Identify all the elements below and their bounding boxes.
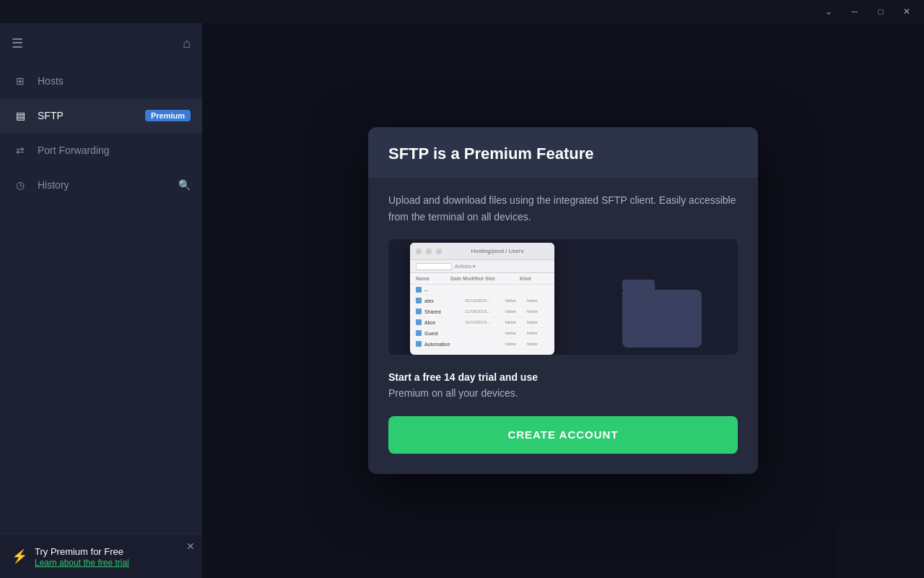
row-kind-4: folder <box>527 331 549 335</box>
col-size: Size <box>485 276 520 281</box>
history-search-icon[interactable]: 🔍 <box>178 179 191 191</box>
hosts-icon: ⊞ <box>12 72 29 90</box>
history-label: History <box>38 179 178 191</box>
row-name-4: Guest <box>424 331 465 336</box>
banner-text: Try Premium for Free Learn about the fre… <box>35 545 129 568</box>
sftp-ss-titlebar: Hosting/prod / Users <box>410 243 554 260</box>
row-size-2: folder <box>505 309 527 314</box>
row-date-1: 02/10/2020... <box>465 298 505 303</box>
row-name-5: Automation <box>424 342 465 347</box>
window-controls: ⌄ ─ □ ✕ <box>817 0 918 23</box>
row-icon-0 <box>416 287 422 293</box>
sftp-label: SFTP <box>38 110 145 121</box>
sftp-ss-dot1 <box>416 249 422 254</box>
row-size-3: folder <box>505 320 527 324</box>
modal-description: Upload and download files using the inte… <box>388 192 738 225</box>
row-kind-3: folder <box>527 320 549 324</box>
sftp-row-5: Automation folder folder <box>410 339 554 350</box>
folder-icon-preview <box>622 275 709 348</box>
row-kind-2: folder <box>527 309 549 314</box>
sidebar: ☰ ⌂ ⊞ Hosts ▤ SFTP Premium ⇄ Port Forwar… <box>0 23 202 578</box>
row-name-2: Shared <box>424 309 465 314</box>
row-size-4: folder <box>505 331 527 335</box>
home-icon[interactable]: ⌂ <box>183 36 191 51</box>
chevron-button[interactable]: ⌄ <box>817 0 840 23</box>
sftp-row-2: Shared 11/18/2019... folder folder <box>410 306 554 317</box>
row-kind-1: folder <box>527 298 549 303</box>
modal-header: SFTP is a Premium Feature <box>368 127 758 178</box>
create-account-button[interactable]: CREATE ACCOUNT <box>388 416 738 454</box>
sftp-ss-actions: Actions ▾ <box>455 264 476 269</box>
folder-body <box>622 290 702 348</box>
hosts-label: Hosts <box>38 75 191 87</box>
modal-title: SFTP is a Premium Feature <box>388 144 738 163</box>
sftp-ss-dot2 <box>426 249 432 254</box>
col-name: Name <box>416 276 450 281</box>
col-kind: Kind <box>520 276 549 281</box>
port-forwarding-label: Port Forwarding <box>38 144 191 156</box>
sftp-row-4: Guest folder folder <box>410 328 554 339</box>
sftp-ss-toolbar: Actions ▾ <box>410 260 554 273</box>
sftp-row-1: alex 02/10/2020... folder folder <box>410 296 554 306</box>
banner-close-icon[interactable]: ✕ <box>186 540 195 552</box>
trial-text-bold: Start a free 14 day trial and use <box>388 371 538 383</box>
titlebar: ⌄ ─ □ ✕ <box>0 0 924 23</box>
nav-items: ⊞ Hosts ▤ SFTP Premium ⇄ Port Forwarding… <box>0 64 202 534</box>
banner-link[interactable]: Learn about the free trial <box>35 558 129 568</box>
row-size-1: folder <box>505 298 527 303</box>
premium-banner: ⚡ Try Premium for Free Learn about the f… <box>0 534 202 578</box>
sftp-ss-title: Hosting/prod / Users <box>446 248 549 254</box>
sftp-ss-dot3 <box>436 249 442 254</box>
folder-tab <box>622 280 655 290</box>
banner-title: Try Premium for Free <box>35 546 123 557</box>
row-date-2: 11/18/2019... <box>465 309 505 314</box>
close-button[interactable]: ✕ <box>895 0 918 23</box>
premium-modal: SFTP is a Premium Feature Upload and dow… <box>368 127 758 474</box>
history-icon: ◷ <box>12 176 29 194</box>
trial-text-regular: Premium on all your devices. <box>388 387 518 399</box>
sftp-row-3: Alice 16/10/2019... folder folder <box>410 317 554 328</box>
modal-trial-text: Start a free 14 day trial and use Premiu… <box>388 369 738 402</box>
sidebar-item-sftp[interactable]: ▤ SFTP Premium <box>0 98 202 133</box>
main-content: ☁ Conne Select from SE 💻 o Host aved Hos… <box>202 23 924 578</box>
row-name-0: – <box>424 288 465 293</box>
maximize-button[interactable]: □ <box>869 0 892 23</box>
minimize-button[interactable]: ─ <box>843 0 866 23</box>
row-icon-1 <box>416 298 422 303</box>
sidebar-item-hosts[interactable]: ⊞ Hosts <box>0 64 202 98</box>
sftp-ss-columns: Name Date Modified Size Kind <box>410 273 554 285</box>
sidebar-item-port-forwarding[interactable]: ⇄ Port Forwarding <box>0 133 202 168</box>
row-kind-5: folder <box>527 342 549 346</box>
row-icon-4 <box>416 330 422 336</box>
sftp-row-0: – <box>410 285 554 296</box>
lightning-icon: ⚡ <box>12 548 27 564</box>
row-icon-5 <box>416 341 422 347</box>
row-date-3: 16/10/2019... <box>465 320 505 324</box>
row-name-3: Alice <box>424 320 465 325</box>
hamburger-icon[interactable]: ☰ <box>12 35 23 51</box>
sidebar-item-history[interactable]: ◷ History 🔍 <box>0 168 202 202</box>
sftp-icon: ▤ <box>12 107 29 124</box>
row-icon-2 <box>416 309 422 314</box>
modal-preview: Hosting/prod / Users Actions ▾ Name Date… <box>388 239 738 355</box>
sftp-ss-search <box>416 263 452 270</box>
row-name-1: alex <box>424 298 465 303</box>
col-date: Date Modified <box>450 276 485 281</box>
row-size-5: folder <box>505 342 527 346</box>
modal-overlay: SFTP is a Premium Feature Upload and dow… <box>202 23 924 578</box>
port-forwarding-icon: ⇄ <box>12 142 29 159</box>
modal-body: Upload and download files using the inte… <box>368 178 758 474</box>
premium-badge: Premium <box>145 110 191 121</box>
row-icon-3 <box>416 319 422 325</box>
sftp-screenshot: Hosting/prod / Users Actions ▾ Name Date… <box>410 243 554 355</box>
sidebar-header: ☰ ⌂ <box>0 23 202 64</box>
